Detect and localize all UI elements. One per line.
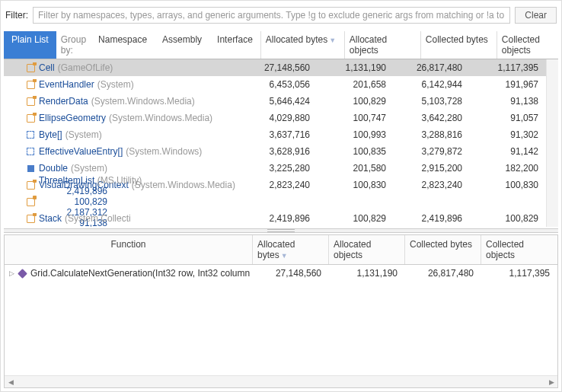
type-name-cell: Double (System) (4, 163, 241, 174)
cell-alloc-bytes: 3,628,916 (241, 146, 318, 157)
cell-alloc-objs: 1,131,190 (318, 62, 394, 73)
type-namespace: (System.Collecti (65, 213, 131, 224)
cell-alloc-bytes: 2,419,896 (241, 213, 318, 224)
type-name-cell: Byte[] (System) (4, 129, 241, 140)
cell-coll-bytes: 5,103,728 (394, 96, 470, 107)
type-name-cell: EllipseGeometry (System.Windows.Media) (4, 113, 241, 123)
type-icon (25, 62, 36, 73)
sort-desc-icon: ▼ (281, 252, 288, 260)
cell-coll-bytes: 6,142,944 (394, 79, 470, 90)
col-allocated-objects[interactable]: Allocated objects (329, 235, 405, 264)
type-namespace: (GameOfLife) (58, 62, 113, 73)
type-row[interactable]: Cell (GameOfLife)27,148,5601,131,19026,8… (4, 59, 546, 76)
cell-alloc-objs: 201,580 (318, 163, 394, 174)
column-headers: Allocated bytes▼ Allocated objects Colle… (260, 31, 562, 59)
filter-input[interactable] (33, 7, 510, 24)
clear-button[interactable]: Clear (515, 7, 557, 24)
cell-coll-bytes: 3,279,872 (394, 146, 470, 157)
cell-coll-objs: 91,138 (470, 96, 546, 107)
type-icon (25, 96, 36, 107)
cell-alloc-bytes: 2,419,896 (39, 186, 115, 196)
type-icon (25, 129, 36, 140)
type-name-cell: EventHandler (System) (4, 79, 241, 90)
cell-alloc-objs: 201,658 (318, 79, 394, 90)
type-name-cell: Cell (GameOfLife) (4, 62, 241, 73)
type-row[interactable]: EffectiveValueEntry[] (System.Windows)3,… (4, 143, 546, 160)
cell-alloc-objs: 100,829 (39, 196, 115, 207)
col-allocated-bytes[interactable]: Allocated bytes▼ (260, 31, 344, 59)
type-row[interactable]: EventHandler (System)6,453,056201,6586,1… (4, 76, 546, 93)
cell-coll-objs: 91,142 (470, 146, 546, 157)
col-collected-bytes[interactable]: Collected bytes (405, 235, 481, 264)
type-namespace: (System) (97, 79, 134, 90)
expand-icon[interactable]: ▷ (9, 269, 17, 277)
cell-alloc-bytes: 6,453,056 (241, 79, 318, 90)
tab-namespace[interactable]: Namespace (91, 31, 155, 59)
type-name-cell: RenderData (System.Windows.Media) (4, 96, 241, 107)
type-row[interactable]: Byte[] (System)3,637,716100,9933,288,816… (4, 126, 546, 143)
type-icon (25, 213, 36, 224)
scroll-right-icon[interactable]: ▶ (545, 376, 557, 388)
tab-assembly[interactable]: Assembly (155, 31, 209, 59)
tab-plain-list[interactable]: Plain List (4, 31, 56, 59)
cell-alloc-bytes: 27,148,560 (253, 268, 329, 279)
cell-coll-objs: 1,117,395 (470, 62, 546, 73)
cell-coll-objs: 1,117,395 (481, 268, 557, 279)
col-allocated-bytes[interactable]: Allocated bytes▼ (253, 235, 329, 264)
cell-alloc-bytes: 3,225,280 (241, 163, 318, 174)
type-name: Byte[] (39, 129, 62, 140)
col-collected-objects[interactable]: Collected objects (481, 235, 557, 264)
cell-alloc-objs: 1,131,190 (329, 268, 405, 279)
vertical-scrollbar[interactable] (546, 59, 558, 227)
type-row[interactable]: EllipseGeometry (System.Windows.Media)4,… (4, 110, 546, 126)
type-namespace: (System.Windows.Media) (109, 113, 212, 123)
type-icon (25, 163, 36, 174)
col-collected-bytes[interactable]: Collected bytes (420, 31, 497, 59)
type-namespace: (System.Windows) (126, 146, 202, 157)
type-icon (25, 146, 36, 157)
cell-coll-bytes: 3,288,816 (394, 129, 470, 140)
type-name: RenderData (39, 96, 88, 107)
type-name: EventHandler (39, 79, 94, 90)
sort-desc-icon: ▼ (329, 37, 336, 44)
type-namespace: (MS.Utility) (97, 175, 142, 186)
type-namespace: (System.Windows.Media) (91, 96, 195, 107)
type-name: Stack (39, 213, 62, 224)
cell-coll-objs: 100,829 (470, 213, 546, 224)
filter-row: Filter: Clear (4, 4, 558, 31)
type-icon (25, 196, 36, 207)
type-name: EllipseGeometry (39, 113, 106, 123)
cell-coll-bytes: 26,817,480 (405, 268, 481, 279)
horizontal-scrollbar[interactable]: ◀ ▶ (5, 375, 557, 387)
type-icon (25, 79, 36, 90)
cell-alloc-bytes: 5,646,424 (241, 96, 318, 107)
group-by-label: Group by: (56, 31, 91, 59)
cell-coll-objs: 191,967 (470, 79, 546, 90)
call-tree-pane: Function Allocated bytes▼ Allocated obje… (4, 234, 558, 388)
type-row[interactable]: Double (System)3,225,280201,5802,915,200… (4, 160, 546, 177)
cell-alloc-bytes: 27,148,560 (241, 62, 318, 73)
cell-alloc-bytes: 4,029,880 (241, 113, 318, 123)
cell-coll-objs: 182,200 (470, 163, 546, 174)
col-collected-objects[interactable]: Collected objects (497, 31, 562, 59)
type-name: EffectiveValueEntry[] (39, 146, 123, 157)
scroll-left-icon[interactable]: ◀ (5, 376, 17, 388)
splitter[interactable] (4, 228, 558, 233)
col-allocated-objects[interactable]: Allocated objects (344, 31, 420, 59)
type-icon (25, 113, 36, 123)
tab-interface[interactable]: Interface (209, 31, 260, 59)
call-tree-row[interactable]: ▷ Grid.CalculateNextGeneration(Int32 row… (5, 265, 557, 282)
type-namespace: (System) (65, 129, 102, 140)
cell-alloc-objs: 100,829 (318, 96, 394, 107)
cell-coll-bytes: 2,419,896 (394, 213, 470, 224)
col-function[interactable]: Function (5, 235, 253, 264)
type-icon (25, 180, 36, 190)
type-name: Cell (39, 62, 55, 73)
call-tree-header: Function Allocated bytes▼ Allocated obje… (5, 235, 557, 265)
cell-coll-bytes: 3,642,280 (394, 113, 470, 123)
type-grid: Cell (GameOfLife)27,148,5601,131,19026,8… (4, 59, 546, 227)
type-row[interactable]: RenderData (System.Windows.Media)5,646,4… (4, 93, 546, 110)
type-name: Double (39, 163, 68, 174)
cell-alloc-objs: 100,747 (318, 113, 394, 123)
type-row[interactable]: ThreeItemList (MS.Utility)2,419,896100,8… (4, 193, 546, 210)
